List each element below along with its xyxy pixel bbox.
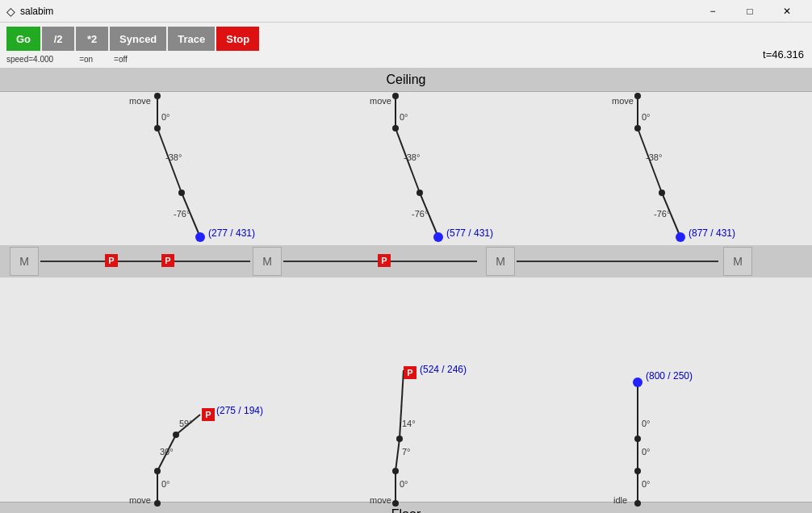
p-badge-arm4: P: [202, 408, 215, 421]
arm4-angle2: 59°: [179, 419, 193, 428]
arm2-endpoint: [433, 232, 443, 242]
arm1-angle1: -38°: [165, 152, 182, 162]
trace-sub: =off: [114, 55, 128, 64]
close-button[interactable]: ✕: [768, 0, 806, 23]
window-controls: − □ ✕: [694, 0, 806, 23]
arm2-angle1: -38°: [404, 152, 420, 162]
stop-button[interactable]: Stop: [216, 27, 259, 51]
go-button[interactable]: Go: [6, 27, 40, 51]
arm4-move-label: move: [129, 495, 151, 505]
arm3-endpoint: [676, 232, 685, 242]
arm2-coord: (577 / 431): [446, 227, 493, 239]
arm2-move-label: move: [370, 96, 391, 106]
arm6-angle2: 0°: [642, 419, 651, 428]
arm3-angle2: -76°: [654, 209, 670, 219]
arm5-coord: (524 / 246): [420, 364, 467, 375]
main-area: Ceiling Floor M P P M P M M: [0, 68, 812, 513]
synced-sub: =on: [79, 55, 93, 64]
arm5-seg1: [396, 439, 400, 471]
arm3-angle1: -38°: [646, 152, 662, 162]
maximize-button[interactable]: □: [731, 0, 768, 23]
arm2-angle0: 0°: [400, 112, 408, 122]
arm5-angle2: 14°: [402, 419, 416, 428]
div2-button[interactable]: /2: [42, 27, 74, 51]
arm5-seg2: [400, 370, 404, 439]
arm5-angle1: 7°: [402, 447, 411, 457]
t-display: t=46.316: [763, 48, 804, 60]
arm6-move-label: idle: [613, 495, 627, 505]
arm4-angle0: 0°: [161, 479, 170, 489]
arm6-angle0: 0°: [642, 479, 651, 489]
arm4-angle1: 30°: [160, 447, 174, 457]
mul2-button[interactable]: *2: [76, 27, 108, 51]
arm3-coord: (877 / 431): [689, 227, 735, 239]
arm1-angle0: 0°: [161, 112, 170, 122]
arm3-move-label: move: [612, 96, 634, 106]
app-icon: ◇: [6, 5, 15, 18]
arm1-endpoint: [195, 232, 205, 242]
arm6-endpoint: [633, 377, 642, 387]
arm6-angle1: 0°: [642, 447, 651, 457]
arm1-coord: (277 / 431): [208, 227, 255, 239]
synced-button[interactable]: Synced: [110, 27, 166, 51]
arm5-move-label: move: [370, 495, 391, 505]
title-bar: ◇ salabim − □ ✕: [0, 0, 812, 23]
speed-label: speed=4.000: [6, 55, 53, 64]
p-badge-arm5: P: [404, 366, 416, 379]
arm2-angle2: -76°: [412, 209, 428, 219]
trace-button[interactable]: Trace: [168, 27, 215, 51]
toolbar: Go /2 *2 Synced Trace Stop: [0, 23, 812, 55]
arm3-angle0: 0°: [642, 112, 651, 122]
arm4-coord: (275 / 194): [216, 405, 263, 416]
minimize-button[interactable]: −: [694, 0, 731, 23]
app-title: salabim: [20, 6, 694, 17]
arm1-angle2: -76°: [174, 209, 190, 219]
arm5-angle0: 0°: [400, 479, 408, 489]
arm1-move-label: move: [129, 96, 151, 106]
arm6-coord: (800 / 250): [646, 370, 693, 382]
